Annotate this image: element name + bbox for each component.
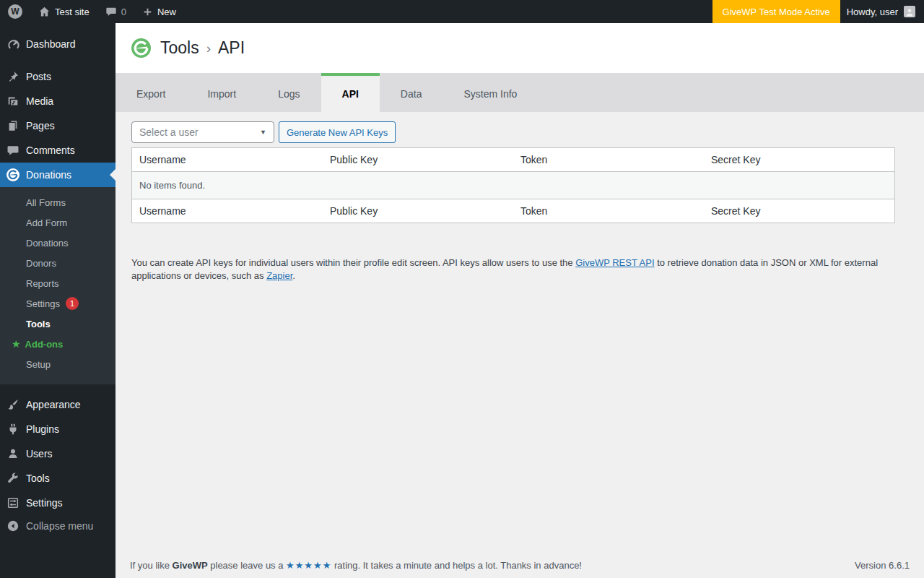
sidebar-item-dashboard[interactable]: Dashboard [0,32,116,56]
sidebar-item-pages[interactable]: Pages [0,113,116,138]
media-icon [6,94,20,108]
breadcrumb-parent: Tools [160,38,199,58]
tools-tab-bar: Export Import Logs API Data System Info [116,73,924,112]
chevron-down-icon: ▼ [260,129,266,136]
givewp-test-mode-badge[interactable]: GiveWP Test Mode Active [712,0,840,23]
submenu-item-addons[interactable]: ★ Add-ons [0,334,116,354]
column-header-token: Token [513,148,704,172]
sidebar-item-plugins[interactable]: Plugins [0,417,116,441]
comment-bubble-icon [105,6,117,17]
page-title: Tools › API [160,38,245,58]
submenu-item-donations[interactable]: Donations [0,233,116,253]
submenu-item-setup[interactable]: Setup [0,354,116,374]
sidebar-item-comments[interactable]: Comments [0,138,116,163]
givewp-icon [6,168,20,182]
tab-label: Import [207,88,236,100]
pin-icon [6,69,20,84]
tab-export[interactable]: Export [116,73,186,112]
wrench-icon [6,471,20,486]
tab-logs[interactable]: Logs [257,73,321,112]
plus-icon [142,7,153,17]
table-header: Username Public Key Token Secret Key [132,148,894,172]
empty-message: No items found. [132,172,894,199]
tab-api[interactable]: API [321,73,380,112]
page-header: Tools › API [116,23,924,73]
sidebar-item-label: Donations [26,169,71,181]
sidebar-item-label: Tools [26,473,50,484]
pages-icon [6,118,20,133]
new-content-button[interactable]: New [134,0,184,23]
sidebar-item-label: Appearance [26,399,81,410]
submenu-item-all-forms[interactable]: All Forms [0,192,116,212]
submenu-label: Add-ons [25,339,64,350]
sidebar-item-label: Settings [26,497,63,509]
wordpress-menu-button[interactable]: W [0,0,30,23]
footer-text: please leave us a [208,560,286,571]
sidebar-item-label: Users [26,448,53,460]
comment-bubble-icon [6,143,20,158]
sidebar-item-label: Collapse menu [26,520,93,532]
sidebar-item-donations[interactable]: Donations [0,163,116,187]
main-content: Tools › API Export Import Logs API Data … [116,23,924,578]
footer-text: rating. It takes a minute and helps a lo… [331,560,582,571]
tab-label: Data [401,88,422,100]
column-header-secret-key: Secret Key [704,148,894,172]
sidebar-item-users[interactable]: Users [0,441,116,466]
site-name-link[interactable]: Test site [30,0,97,23]
sidebar-item-posts[interactable]: Posts [0,64,116,89]
column-header-public-key: Public Key [323,148,513,172]
tab-import[interactable]: Import [186,73,257,112]
howdy-label: Howdy, user [847,7,898,17]
star-icon: ★ [12,338,21,350]
five-star-rating-link[interactable]: ★★★★★ [286,560,331,571]
api-controls: Select a user ▼ Generate New API Keys [131,121,910,143]
zapier-link[interactable]: Zapier [266,270,292,281]
sidebar-item-label: Comments [26,144,75,156]
column-header-username: Username [132,148,323,172]
submenu-item-add-form[interactable]: Add Form [0,212,116,233]
submenu-item-reports[interactable]: Reports [0,273,116,293]
donations-submenu: All Forms Add Form Donations Donors Repo… [0,187,116,384]
current-menu-arrow [110,169,116,181]
description-text: . [292,270,295,281]
howdy-account-menu[interactable]: Howdy, user [840,0,922,23]
submenu-item-tools[interactable]: Tools [0,314,116,334]
column-footer-secret-key: Secret Key [704,199,894,223]
home-icon [38,6,51,18]
version-label: Version 6.6.1 [855,560,910,571]
breadcrumb-current: API [218,38,245,58]
generate-api-keys-button[interactable]: Generate New API Keys [279,121,396,143]
submenu-item-donors[interactable]: Donors [0,253,116,273]
breadcrumb-separator-icon: › [206,40,211,56]
submenu-label: Donations [26,238,69,249]
tab-label: System Info [463,88,517,100]
plug-icon [6,422,20,436]
admin-bar-spacer [184,0,712,23]
person-icon [905,7,915,17]
wordpress-logo-icon: W [8,4,22,19]
user-avatar [904,6,915,17]
api-description: You can create API keys for individual u… [131,256,881,283]
submenu-item-settings[interactable]: Settings 1 [0,293,116,314]
user-select[interactable]: Select a user ▼ [131,121,274,143]
settings-update-badge: 1 [66,297,79,310]
table-body: No items found. [132,172,894,199]
tab-data[interactable]: Data [380,73,443,112]
collapse-arrow-icon [6,519,20,533]
sidebar-item-settings[interactable]: Settings [0,491,116,515]
collapse-menu-button[interactable]: Collapse menu [0,514,116,538]
givewp-rest-api-link[interactable]: GiveWP REST API [575,257,654,268]
column-footer-public-key: Public Key [323,199,513,223]
sidebar-item-label: Dashboard [26,38,76,50]
submenu-label: Settings [26,298,60,309]
menu-separator [0,384,116,392]
admin-bar: W Test site 0 New GiveWP Test Mode Activ… [0,0,924,23]
sidebar-item-media[interactable]: Media [0,89,116,113]
comments-admin-bar-link[interactable]: 0 [97,0,134,23]
comments-count: 0 [121,7,126,17]
new-label: New [157,7,176,17]
tab-system-info[interactable]: System Info [443,73,538,112]
sidebar-item-tools[interactable]: Tools [0,466,116,491]
submenu-label: Donors [26,258,56,269]
sidebar-item-appearance[interactable]: Appearance [0,392,116,417]
